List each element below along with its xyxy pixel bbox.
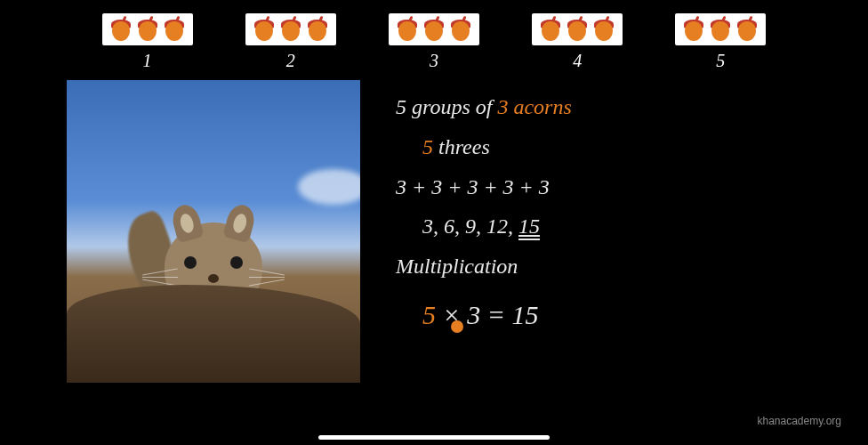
acorn-box	[532, 13, 623, 45]
acorn-group-4: 4	[532, 13, 623, 71]
main-content: 5 groups of 3 acorns 5 threes 3 + 3 + 3 …	[0, 71, 868, 383]
group-label: 1	[143, 51, 152, 71]
acorn-group-5: 5	[675, 13, 766, 71]
group-label: 4	[573, 51, 582, 71]
acorn-icon	[539, 18, 562, 41]
acorn-icon	[136, 18, 159, 41]
acorn-icon	[592, 18, 615, 41]
video-progress-bar[interactable]	[318, 435, 550, 440]
group-label: 5	[716, 51, 725, 71]
text-groups-of: 5 groups of	[396, 95, 497, 118]
lesson-text: 5 groups of 3 acorns 5 threes 3 + 3 + 3 …	[396, 80, 572, 383]
lesson-line-1: 5 groups of 3 acorns	[396, 89, 572, 125]
lesson-line-4: 3, 6, 9, 12, 15	[396, 208, 572, 245]
lesson-line-6: 5 × 3 = 15	[396, 292, 572, 337]
group-label: 2	[286, 51, 295, 71]
acorn-box	[389, 13, 479, 45]
acorn-icon	[396, 18, 419, 41]
acorn-box	[102, 13, 193, 45]
acorn-icon	[109, 18, 133, 41]
text-3-acorns: 3 acorns	[497, 95, 571, 118]
acorn-icon	[735, 18, 759, 41]
text-skip-count: 3, 6, 9, 12,	[422, 214, 518, 238]
text-5: 5	[422, 135, 433, 158]
acorn-icon	[306, 18, 329, 41]
acorn-groups-row: 1 2 3 4 5	[0, 0, 868, 71]
text-15: 15	[518, 214, 540, 238]
watermark: khanacademy.org	[758, 415, 842, 427]
acorn-icon	[279, 18, 302, 41]
acorn-icon	[253, 18, 276, 41]
acorn-icon	[163, 18, 186, 41]
group-label: 3	[430, 51, 438, 71]
acorn-icon	[422, 18, 446, 41]
acorn-group-3: 3	[389, 13, 479, 71]
acorn-box	[675, 13, 766, 45]
lesson-line-5: Multiplication	[396, 248, 572, 285]
text-threes: threes	[433, 135, 490, 158]
acorn-box	[245, 13, 336, 45]
acorn-group-1: 1	[102, 13, 193, 71]
squirrel-photo	[67, 80, 360, 383]
acorn-group-2: 2	[245, 13, 336, 71]
lesson-line-2: 5 threes	[396, 129, 572, 166]
acorn-icon	[682, 18, 705, 41]
lesson-line-3: 3 + 3 + 3 + 3 + 3	[396, 169, 572, 206]
acorn-icon	[566, 18, 589, 41]
cursor-dot-icon	[451, 320, 463, 333]
text-result-5: 5	[422, 300, 436, 329]
acorn-icon	[709, 18, 732, 41]
acorn-icon	[449, 18, 472, 41]
